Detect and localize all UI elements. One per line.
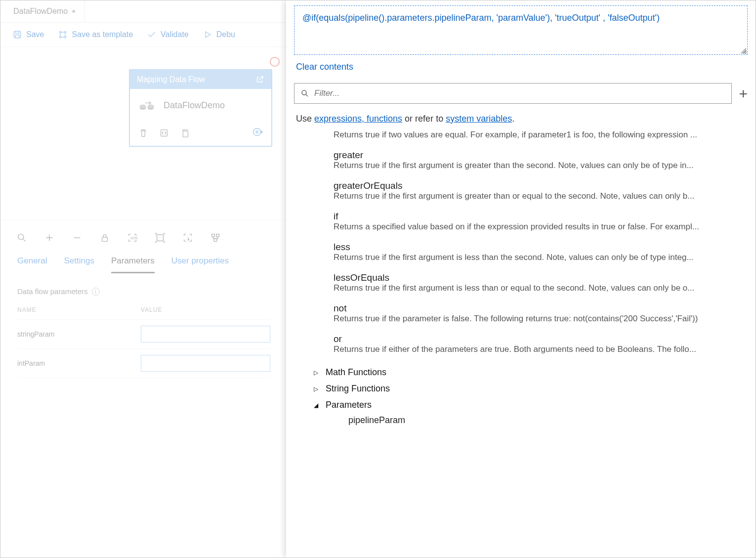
clear-contents-link[interactable]: Clear contents bbox=[296, 62, 353, 72]
category-tree: ▷ Math Functions ▷ String Functions ◢ Pa… bbox=[314, 364, 756, 426]
tree-label: Parameters bbox=[326, 400, 372, 410]
tab-settings[interactable]: Settings bbox=[64, 256, 94, 273]
function-name: or bbox=[334, 334, 746, 344]
add-output-button[interactable] bbox=[252, 127, 263, 139]
function-name: if bbox=[334, 211, 746, 222]
search-icon[interactable] bbox=[16, 232, 27, 243]
select-icon[interactable] bbox=[182, 232, 193, 243]
expressions-functions-link[interactable]: expressions, functions bbox=[314, 114, 402, 124]
dataflow-icon bbox=[139, 100, 155, 111]
fit-screen-icon[interactable] bbox=[155, 232, 166, 243]
function-item[interactable]: less Returns true if the first argument … bbox=[334, 242, 746, 262]
function-item[interactable]: not Returns true if the parameter is fal… bbox=[334, 303, 746, 324]
col-header-value: VALUE bbox=[141, 306, 270, 313]
function-item[interactable]: lessOrEquals Returns true if the first a… bbox=[334, 272, 746, 293]
pipeline-canvas-pane: DataFlowDemo • Save Save as template Val… bbox=[0, 0, 287, 558]
save-button[interactable]: Save bbox=[12, 30, 44, 40]
delete-icon[interactable] bbox=[138, 128, 149, 138]
pipeline-tab[interactable]: DataFlowDemo • bbox=[4, 0, 85, 22]
expression-input[interactable]: @if(equals(pipeline().parameters.pipelin… bbox=[294, 5, 748, 55]
help-mid: or refer to bbox=[402, 114, 446, 124]
svg-point-14 bbox=[18, 234, 24, 240]
tree-leaf-parameter[interactable]: pipelineParam bbox=[348, 413, 756, 426]
save-as-template-button[interactable]: Save as template bbox=[58, 30, 133, 40]
caret-right-icon: ▷ bbox=[314, 386, 321, 392]
caret-down-icon: ◢ bbox=[314, 402, 321, 409]
function-item[interactable]: Returns true if two values are equal. Fo… bbox=[334, 130, 746, 140]
function-name: not bbox=[334, 303, 746, 314]
function-item[interactable]: greaterOrEquals Returns true if the firs… bbox=[334, 180, 746, 201]
expression-builder-flyout: @if(equals(pipeline().parameters.pipelin… bbox=[286, 0, 756, 558]
tree-label: String Functions bbox=[326, 384, 390, 394]
lock-icon[interactable] bbox=[99, 232, 110, 243]
svg-text:100%: 100% bbox=[130, 236, 138, 240]
svg-rect-15 bbox=[102, 237, 108, 241]
function-description: Returns true if the first argument is le… bbox=[334, 253, 746, 262]
tab-parameters[interactable]: Parameters bbox=[111, 256, 155, 273]
debug-label: Debu bbox=[216, 30, 235, 39]
param-value-input[interactable] bbox=[141, 326, 270, 343]
expression-text: @if(equals(pipeline().parameters.pipelin… bbox=[302, 13, 660, 23]
add-button[interactable]: + bbox=[739, 90, 748, 97]
activity-name: DataFlowDemo bbox=[164, 100, 225, 111]
svg-rect-2 bbox=[15, 35, 19, 38]
function-item[interactable]: greater Returns true if the first argume… bbox=[334, 150, 746, 171]
svg-rect-18 bbox=[212, 234, 215, 237]
param-name: intParam bbox=[17, 359, 141, 367]
function-name: lessOrEquals bbox=[334, 272, 746, 283]
pipeline-canvas[interactable]: Mapping Data Flow DataFlowDemo bbox=[0, 47, 287, 220]
caret-right-icon: ▷ bbox=[314, 369, 321, 376]
zoom-out-icon[interactable] bbox=[72, 232, 83, 243]
check-icon bbox=[147, 30, 157, 40]
template-icon bbox=[58, 30, 68, 40]
svg-point-21 bbox=[302, 90, 306, 95]
svg-point-6 bbox=[65, 36, 66, 38]
play-icon bbox=[203, 30, 212, 40]
function-description: Returns true if the parameter is false. … bbox=[334, 314, 746, 324]
debug-button[interactable]: Debu bbox=[203, 30, 235, 40]
function-description: Returns a specified value based on if th… bbox=[334, 222, 746, 232]
param-value-input[interactable] bbox=[141, 355, 270, 372]
function-description: Returns true if the first argument is gr… bbox=[334, 161, 746, 171]
svg-rect-17 bbox=[157, 235, 164, 241]
function-item[interactable]: if Returns a specified value based on if… bbox=[334, 211, 746, 232]
validation-error-icon bbox=[270, 57, 280, 67]
function-name: greater bbox=[334, 150, 746, 161]
svg-rect-20 bbox=[214, 239, 217, 242]
activity-node[interactable]: Mapping Data Flow DataFlowDemo bbox=[129, 69, 272, 147]
activity-property-tabs: General Settings Parameters User propert… bbox=[0, 251, 287, 273]
system-variables-link[interactable]: system variables bbox=[446, 114, 512, 124]
table-row: stringParam bbox=[17, 320, 270, 349]
svg-point-4 bbox=[65, 31, 66, 33]
function-item[interactable]: or Returns true if either of the paramet… bbox=[334, 334, 746, 354]
svg-point-8 bbox=[140, 104, 146, 108]
validate-button[interactable]: Validate bbox=[147, 30, 189, 40]
param-name: stringParam bbox=[17, 330, 141, 338]
tree-node-string-functions[interactable]: ▷ String Functions bbox=[314, 381, 756, 397]
open-external-icon[interactable] bbox=[255, 75, 264, 84]
auto-layout-icon[interactable] bbox=[210, 232, 221, 243]
info-icon[interactable]: i bbox=[92, 288, 100, 296]
svg-point-10 bbox=[148, 104, 154, 108]
add-arrow-icon bbox=[252, 127, 263, 137]
help-pre: Use bbox=[296, 114, 314, 124]
tree-node-math-functions[interactable]: ▷ Math Functions bbox=[314, 364, 756, 381]
filter-placeholder: Filter... bbox=[314, 88, 339, 98]
zoom-100-icon[interactable]: 100% bbox=[127, 232, 138, 243]
tree-label: Math Functions bbox=[326, 367, 386, 378]
code-icon[interactable] bbox=[159, 128, 169, 138]
zoom-in-icon[interactable] bbox=[44, 232, 55, 243]
activity-type-label: Mapping Data Flow bbox=[137, 75, 205, 84]
copy-icon[interactable] bbox=[179, 128, 190, 138]
filter-input[interactable]: Filter... bbox=[294, 83, 732, 104]
svg-rect-19 bbox=[216, 234, 219, 237]
svg-point-3 bbox=[60, 31, 61, 33]
validate-label: Validate bbox=[161, 30, 189, 39]
help-post: . bbox=[512, 114, 514, 124]
function-description: Returns true if either of the parameters… bbox=[334, 344, 746, 354]
tab-user-properties[interactable]: User properties bbox=[171, 256, 229, 273]
canvas-toolbar: 100% bbox=[0, 220, 287, 251]
activity-actions bbox=[130, 122, 271, 146]
tree-node-parameters[interactable]: ◢ Parameters bbox=[314, 397, 756, 413]
tab-general[interactable]: General bbox=[17, 256, 47, 273]
